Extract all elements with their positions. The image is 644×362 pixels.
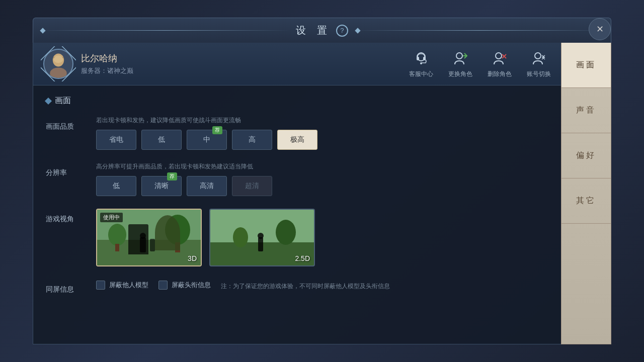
user-server: 服务器：诸神之巅 [81,66,133,75]
title-bar: 设 置 ? ✕ [33,18,611,43]
right-sidebar: 画面 声音 偏好 其它 [561,43,611,344]
same-screen-note: 注：为了保证您的游戏体验，不可同时屏蔽他人模型及头衔信息 [221,282,390,291]
svg-rect-7 [423,57,426,60]
svg-point-11 [496,53,502,59]
block-models-checkbox[interactable]: 屏蔽他人模型 [96,281,148,290]
graphics-option-medium[interactable]: 中 荐 [187,130,227,150]
section-title: 画面 [55,96,71,106]
svg-rect-6 [417,57,419,60]
section-header: 画面 [46,96,548,106]
modal-body: 比尔哈纳 服务器：诸神之巅 [33,43,611,344]
graphics-quality-hint: 若出现卡顿和发热，建议降低画质可使战斗画面更流畅 [96,116,548,125]
view-thumb-3d[interactable]: 使用中 3D [96,209,202,266]
resolution-label: 分辨率 [46,162,86,177]
change-character-button[interactable]: 更换角色 [448,50,472,78]
svg-point-18 [165,215,190,245]
svg-point-9 [456,53,462,59]
svg-point-20 [108,224,126,246]
tab-graphics[interactable]: 画面 [561,43,611,88]
resolution-options: 低 清晰 荐 高清 超清 [96,176,548,196]
change-character-icon [451,50,469,68]
diamond-left [40,28,45,33]
tab-other[interactable]: 其它 [561,178,611,224]
block-titles-checkbox-box [158,281,168,290]
svg-rect-24 [150,239,155,251]
recommended-badge-resolution: 荐 [167,172,177,180]
recommended-badge-graphics: 荐 [212,126,222,134]
center-panel: 比尔哈纳 服务器：诸神之巅 [33,43,561,344]
tab-preferences[interactable]: 偏好 [561,133,611,178]
svg-point-14 [535,53,541,59]
view-25d-label: 2.5D [295,254,310,262]
user-header: 比尔哈纳 服务器：诸神之巅 [33,43,561,85]
game-view-label: 游戏视角 [46,209,86,224]
same-screen-row: 同屏信息 屏蔽他人模型 屏蔽头衔信息 注：为了保证您的游戏体验，不可同时 [46,279,548,294]
same-screen-content: 屏蔽他人模型 屏蔽头衔信息 注：为了保证您的游戏体验，不可同时屏蔽他人模型及头衔… [96,279,548,291]
customer-service-icon [412,50,430,68]
help-icon[interactable]: ? [336,25,348,37]
graphics-option-low[interactable]: 低 [141,130,182,150]
resolution-hint: 高分辨率可提升画面品质，若出现卡顿和发热建议适当降低 [96,162,548,171]
user-name: 比尔哈纳 [81,52,133,64]
change-character-label: 更换角色 [448,70,472,78]
svg-point-8 [420,62,422,64]
close-button[interactable]: ✕ [589,18,611,40]
title-bar-left-decoration [38,30,291,31]
switch-account-icon [530,50,548,68]
customer-service-button[interactable]: 客服中心 [409,50,433,78]
diamond-right [355,28,360,33]
game-view-content: 使用中 3D [96,209,548,266]
header-actions: 客服中心 更换角色 [409,50,551,78]
view-3d-in-use: 使用中 [100,213,123,222]
svg-point-28 [233,227,248,247]
graphics-quality-row: 画面品质 若出现卡顿和发热，建议降低画质可使战斗画面更流畅 省电 低 中 荐 高… [46,116,548,150]
block-titles-label: 屏蔽头衔信息 [172,281,211,290]
delete-character-button[interactable]: 删除角色 [488,50,512,78]
view-thumb-25d[interactable]: 2.5D [209,209,315,266]
same-screen-label: 同屏信息 [46,279,86,294]
svg-point-27 [276,220,296,245]
resolution-option-low[interactable]: 低 [96,176,136,196]
graphics-quality-options: 省电 低 中 荐 高 极高 [96,130,548,150]
settings-modal: 设 置 ? ✕ [33,18,611,344]
delete-character-icon [491,50,509,68]
resolution-content: 高分辨率可提升画面品质，若出现卡顿和发热建议适当降低 低 清晰 荐 高清 超清 [96,162,548,196]
svg-rect-21 [115,244,119,251]
section-diamond-icon [45,97,52,104]
block-models-checkbox-box [96,281,105,290]
view-3d-label: 3D [188,254,197,262]
modal-title: 设 置 [296,24,331,37]
game-view-row: 游戏视角 [46,209,548,266]
switch-account-button[interactable]: 账号切换 [527,50,551,78]
svg-point-30 [258,233,264,239]
avatar-diamond-frame [41,46,76,81]
block-models-label: 屏蔽他人模型 [109,281,148,290]
content-area: 画面 画面品质 若出现卡顿和发热，建议降低画质可使战斗画面更流畅 省电 低 中 … [33,85,561,344]
graphics-option-high[interactable]: 高 [232,130,272,150]
title-bar-right-decoration [353,30,606,31]
resolution-option-hd[interactable]: 高清 [187,176,227,196]
customer-service-label: 客服中心 [409,70,433,78]
resolution-row: 分辨率 高分辨率可提升画面品质，若出现卡顿和发热建议适当降低 低 清晰 荐 高清… [46,162,548,196]
block-titles-checkbox[interactable]: 屏蔽头衔信息 [158,281,211,290]
svg-rect-22 [140,237,146,252]
resolution-option-clear[interactable]: 清晰 荐 [141,176,182,196]
delete-character-label: 删除角色 [488,70,512,78]
graphics-option-ultra[interactable]: 极高 [277,130,317,150]
resolution-option-ultra[interactable]: 超清 [232,176,272,196]
same-screen-checkboxes: 屏蔽他人模型 屏蔽头衔信息 注：为了保证您的游戏体验，不可同时屏蔽他人模型及头衔… [96,279,548,291]
svg-rect-19 [175,242,180,252]
graphics-option-save-power[interactable]: 省电 [96,130,136,150]
svg-rect-4 [41,46,76,81]
view-thumbnails: 使用中 3D [96,209,548,266]
graphics-quality-label: 画面品质 [46,116,86,131]
graphics-quality-content: 若出现卡顿和发热，建议降低画质可使战斗画面更流畅 省电 低 中 荐 高 极高 [96,116,548,150]
user-info: 比尔哈纳 服务器：诸神之巅 [81,52,133,75]
tab-audio[interactable]: 声音 [561,88,611,133]
svg-rect-29 [258,237,263,251]
switch-account-label: 账号切换 [527,70,551,78]
avatar-frame [43,49,73,79]
svg-point-23 [140,233,146,239]
